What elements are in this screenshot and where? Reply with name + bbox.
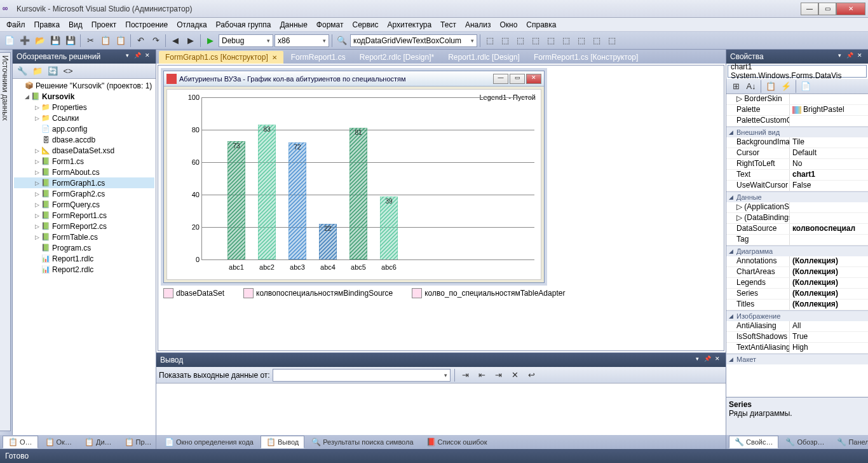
- component-item[interactable]: колво_по_специальностямTableAdapter: [412, 288, 565, 298]
- form-maximize-button[interactable]: ▭: [510, 74, 525, 84]
- tree-item[interactable]: ▷📗FormReport1.cs: [14, 210, 154, 221]
- tool-icon[interactable]: ⬚: [544, 34, 558, 48]
- panel-tab[interactable]: 📋Ди…: [79, 436, 118, 448]
- property-row[interactable]: Titles(Коллекция): [726, 300, 868, 310]
- document-tab[interactable]: Report1.rdlc [Design]: [442, 51, 526, 64]
- wrap-icon[interactable]: ↩: [525, 368, 539, 382]
- alphabetical-icon[interactable]: A↓: [744, 79, 758, 93]
- dropdown-icon[interactable]: ▾: [693, 356, 702, 364]
- component-item[interactable]: колвопоспециальностямBindingSource: [243, 288, 393, 298]
- tree-item[interactable]: ▷📗FormGraph1.cs: [14, 177, 154, 188]
- save-icon[interactable]: 💾: [48, 34, 62, 48]
- form-minimize-button[interactable]: —: [493, 74, 508, 84]
- undo-icon[interactable]: ↶: [133, 34, 147, 48]
- prev-icon[interactable]: ⇤: [475, 368, 489, 382]
- property-row[interactable]: AntiAliasingAll: [726, 321, 868, 332]
- panel-tab[interactable]: 📋О…: [3, 436, 38, 448]
- start-icon[interactable]: ▶: [203, 34, 217, 48]
- tree-item[interactable]: ▷📗FormReport2.cs: [14, 221, 154, 232]
- tool-icon[interactable]: ⬚: [590, 34, 604, 48]
- redo-icon[interactable]: ↷: [149, 34, 163, 48]
- menu-Файл[interactable]: Файл: [3, 19, 29, 31]
- panel-tab[interactable]: 🔧Панел…: [831, 436, 868, 448]
- output-body[interactable]: [156, 384, 726, 435]
- properties-icon[interactable]: 🔧: [15, 64, 29, 78]
- chart-control[interactable]: Legend1 - Пустой 02040608010073abc183abc…: [166, 89, 541, 280]
- pin-icon[interactable]: 📌: [845, 52, 854, 61]
- cut-icon[interactable]: ✂: [83, 34, 97, 48]
- tree-item[interactable]: ▷📗FormQuery.cs: [14, 199, 154, 210]
- property-row[interactable]: Tag: [726, 235, 868, 245]
- copy-icon[interactable]: 📋: [98, 34, 112, 48]
- menu-Тест[interactable]: Тест: [437, 19, 460, 31]
- find-dropdown[interactable]: кодDataGridViewTextBoxColum: [350, 34, 477, 47]
- form-designer[interactable]: Абитуриенты ВУЗа - График кол-ва абитури…: [158, 65, 724, 351]
- panel-tab[interactable]: 📋Пр…: [119, 436, 158, 448]
- paste-icon[interactable]: 📋: [114, 34, 128, 48]
- tool-icon[interactable]: ⬚: [574, 34, 588, 48]
- tree-item[interactable]: 📗Program.cs: [14, 242, 154, 253]
- panel-tab[interactable]: 📋Вывод: [261, 436, 304, 448]
- show-all-icon[interactable]: 📁: [31, 64, 44, 78]
- tool-icon[interactable]: ⬚: [529, 34, 543, 48]
- document-tab[interactable]: FormReport1.cs [Конструктор]: [527, 51, 644, 64]
- property-pages-icon[interactable]: 📄: [799, 79, 813, 93]
- tree-item[interactable]: 🗄dbase.accdb: [14, 134, 154, 145]
- refresh-icon[interactable]: 🔄: [46, 64, 60, 78]
- panel-tab[interactable]: 📋Ок…: [39, 436, 78, 448]
- menu-Отладка[interactable]: Отладка: [173, 19, 210, 31]
- menu-Данные[interactable]: Данные: [276, 19, 311, 31]
- property-row[interactable]: IsSoftShadowsTrue: [726, 332, 868, 343]
- menu-Справка[interactable]: Справка: [522, 19, 560, 31]
- minimize-button[interactable]: —: [801, 3, 818, 15]
- solution-node[interactable]: 📦Решение "Kursovik" (проектов: 1): [14, 80, 154, 91]
- document-tab[interactable]: Report2.rdlc [Design]*: [353, 51, 440, 64]
- tool-icon[interactable]: ⬚: [513, 34, 527, 48]
- design-form-window[interactable]: Абитуриенты ВУЗа - График кол-ва абитури…: [163, 71, 545, 283]
- panel-tab[interactable]: 🔍Результаты поиска символа: [306, 436, 419, 448]
- find-icon[interactable]: 🔍: [335, 34, 349, 48]
- property-row[interactable]: Legends(Коллекция): [726, 278, 868, 289]
- tool-icon[interactable]: ⬚: [483, 34, 497, 48]
- property-category[interactable]: ◢Изображение: [726, 310, 868, 321]
- nav-fwd-icon[interactable]: ▶: [184, 34, 198, 48]
- property-row[interactable]: UseWaitCursorFalse: [726, 181, 868, 191]
- add-item-icon[interactable]: ➕: [18, 34, 32, 48]
- tree-item[interactable]: 📊Report1.rdlc: [14, 253, 154, 264]
- close-icon[interactable]: ✕: [143, 52, 152, 61]
- tool-icon[interactable]: ⬚: [559, 34, 573, 48]
- property-row[interactable]: RightToLeftNo: [726, 159, 868, 170]
- menu-Анализ[interactable]: Анализ: [461, 19, 495, 31]
- close-icon[interactable]: ✕: [713, 356, 722, 364]
- new-project-icon[interactable]: 📄: [3, 34, 17, 48]
- property-row[interactable]: PaletteCustomC: [726, 116, 868, 127]
- menu-Правка[interactable]: Правка: [31, 19, 64, 31]
- datasources-tab[interactable]: Источники данных: [0, 52, 11, 431]
- property-row[interactable]: ▷ (DataBindings): [726, 213, 868, 224]
- project-node[interactable]: ◢📗Kursovik: [14, 91, 154, 102]
- save-all-icon[interactable]: 💾: [64, 34, 78, 48]
- next-icon[interactable]: ⇥: [492, 368, 506, 382]
- property-row[interactable]: Textchart1: [726, 170, 868, 181]
- property-row[interactable]: TextAntiAliasingHigh: [726, 343, 868, 354]
- property-row[interactable]: ▷ BorderSkin: [726, 94, 868, 105]
- maximize-button[interactable]: ▭: [818, 3, 836, 15]
- component-item[interactable]: dbaseDataSet: [163, 288, 224, 298]
- goto-icon[interactable]: ⇥: [459, 368, 473, 382]
- categorized-icon[interactable]: ⊞: [729, 79, 743, 93]
- property-row[interactable]: Annotations(Коллекция): [726, 256, 868, 267]
- open-icon[interactable]: 📂: [33, 34, 47, 48]
- props-object-selector[interactable]: chart1 System.Windows.Forms.DataVis: [728, 65, 867, 78]
- property-category[interactable]: ◢Макет: [726, 354, 868, 364]
- tree-item[interactable]: ▷📗Form1.cs: [14, 156, 154, 167]
- menu-Проект[interactable]: Проект: [88, 19, 121, 31]
- form-close-button[interactable]: ✕: [526, 74, 541, 84]
- property-category[interactable]: ◢Данные: [726, 191, 868, 202]
- document-tab[interactable]: FormReport1.cs: [285, 51, 352, 64]
- property-grid[interactable]: ▷ BorderSkinPaletteBrightPastelPaletteCu…: [726, 94, 868, 397]
- property-row[interactable]: ▷ (ApplicationSett: [726, 202, 868, 213]
- properties-icon[interactable]: 📋: [764, 79, 778, 93]
- events-icon[interactable]: ⚡: [779, 79, 793, 93]
- panel-tab[interactable]: 🔧Обозр…: [780, 436, 830, 448]
- tree-item[interactable]: ▷📗FormAbout.cs: [14, 167, 154, 177]
